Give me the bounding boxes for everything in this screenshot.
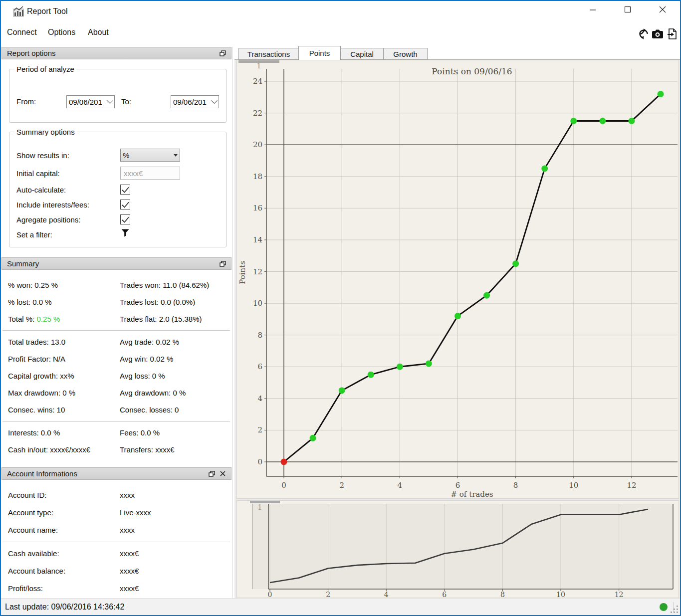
menu-bar: Connect Options About: [1, 23, 680, 41]
svg-text:2: 2: [339, 481, 344, 490]
show-results-dropdown[interactable]: %: [120, 149, 180, 162]
tab-capital[interactable]: Capital: [340, 48, 384, 60]
stat-trades-flat: Trades flat: 2.0 (15.38%): [120, 315, 202, 323]
account-balance-value: xxxx€: [120, 567, 139, 575]
panel-title: Account Informations: [7, 469, 77, 478]
close-button[interactable]: [651, 1, 674, 18]
export-button[interactable]: [666, 28, 678, 40]
tab-growth[interactable]: Growth: [383, 48, 428, 60]
svg-text:0: 0: [237, 61, 237, 70]
account-name-value: xxxx: [120, 526, 135, 534]
svg-text:12: 12: [627, 481, 636, 490]
to-date-dropdown[interactable]: 09/06/201: [171, 95, 219, 108]
stat-avg-win: Avg win: 0.02 %: [120, 355, 173, 363]
screenshot-button[interactable]: [652, 28, 664, 40]
stat-fees: Fees: 0.0 %: [120, 428, 160, 437]
stat-consec-losses: Consec. losses: 0: [120, 406, 179, 414]
svg-text:6: 6: [442, 591, 447, 598]
set-filter-button[interactable]: [121, 229, 129, 239]
auto-calculate-checkbox[interactable]: [120, 185, 130, 195]
float-panel-button[interactable]: [208, 470, 215, 477]
svg-text:22: 22: [253, 109, 262, 118]
svg-text:8: 8: [500, 591, 505, 598]
resize-grip[interactable]: [671, 606, 679, 614]
checkmark-icon: [122, 187, 129, 193]
close-icon: [220, 471, 226, 476]
set-filter-label: Set a filter:: [16, 230, 52, 239]
refresh-button[interactable]: [638, 28, 650, 40]
account-type-value: Live-xxxx: [120, 508, 151, 517]
chevron-down-icon: [107, 97, 113, 104]
panel-title: Report options: [7, 49, 56, 57]
account-name-label: Account name:: [8, 526, 58, 534]
include-interests-checkbox[interactable]: [120, 200, 130, 209]
float-panel-button[interactable]: [219, 260, 226, 267]
period-of-analyze-group: Period of analyze From: 09/06/201 To: 09…: [9, 69, 227, 123]
account-id-label: Account ID:: [8, 491, 47, 499]
svg-text:8: 8: [257, 331, 262, 340]
svg-text:6: 6: [455, 481, 460, 490]
svg-text:4: 4: [398, 481, 403, 490]
group-legend: Summary options: [14, 128, 77, 136]
checkmark-icon: [122, 202, 129, 208]
cash-available-value: xxxx€: [120, 549, 139, 558]
tab-transactions[interactable]: Transactions: [238, 48, 299, 60]
stat-profit-factor: Profit Factor: N/A: [8, 355, 65, 363]
close-icon: [659, 6, 666, 13]
svg-text:10: 10: [556, 591, 565, 598]
float-icon: [220, 50, 226, 56]
svg-text:12: 12: [615, 591, 624, 598]
svg-text:0: 0: [281, 481, 286, 490]
connection-status-dot: [660, 603, 668, 611]
auto-calculate-label: Auto-calculate:: [16, 186, 66, 194]
from-label: From:: [16, 97, 36, 106]
camera-icon: [652, 28, 664, 39]
svg-text:Points on 09/06/16: Points on 09/06/16: [432, 66, 512, 76]
minimize-icon: [589, 6, 596, 13]
stat-avg-loss: Avg loss: 0 %: [120, 372, 165, 380]
export-icon: [667, 28, 678, 40]
menu-connect[interactable]: Connect: [4, 26, 40, 39]
points-overview-chart: 02468101201: [236, 500, 679, 598]
float-panel-button[interactable]: [219, 50, 226, 57]
title-bar: Report Tool: [1, 1, 680, 23]
maximize-button[interactable]: [616, 1, 639, 18]
stat-transfers: Transfers: xxxx€: [120, 445, 174, 454]
stat-cash-in-out: Cash in/out: xxxx€/xxxx€: [8, 445, 90, 454]
to-label: To:: [121, 97, 131, 106]
initial-capital-input[interactable]: [120, 167, 180, 180]
stat-trades-lost: Trades lost: 0.0 (0.0%): [120, 298, 195, 306]
tab-points[interactable]: Points: [298, 46, 341, 60]
svg-text:Points: Points: [238, 261, 247, 284]
dropdown-arrow-icon: [174, 154, 178, 157]
chart-canvas: 024681012024681012141618202224Points on …: [237, 60, 679, 499]
aggregate-positions-checkbox[interactable]: [120, 214, 130, 224]
stat-total-pct: Total %: 0.25 %: [8, 315, 60, 323]
divider: [2, 330, 230, 331]
svg-text:8: 8: [513, 481, 518, 490]
refresh-icon: [638, 28, 649, 39]
float-icon: [220, 261, 226, 267]
divider: [2, 421, 230, 422]
svg-text:14: 14: [253, 235, 262, 244]
menu-about[interactable]: About: [85, 26, 112, 39]
total-pct-value: 0.25 %: [37, 315, 60, 323]
points-chart: 024681012024681012141618202224Points on …: [236, 60, 679, 499]
menu-options[interactable]: Options: [45, 26, 78, 39]
from-date-dropdown[interactable]: 09/06/201: [66, 95, 115, 108]
initial-capital-label: Initial capital:: [16, 169, 60, 178]
svg-text:16: 16: [253, 204, 262, 212]
aggregate-positions-label: Agregate positions:: [16, 215, 80, 224]
svg-text:18: 18: [253, 172, 262, 181]
include-interests-label: Include interests/fees:: [16, 201, 89, 209]
svg-text:2: 2: [257, 425, 262, 434]
stat-max-drawdown: Max drawdown: 0 %: [8, 389, 75, 397]
to-date-value: 09/06/201: [173, 98, 207, 106]
minimize-button[interactable]: [581, 1, 604, 18]
stat-capital-growth: Capital growth: xx%: [8, 372, 74, 380]
svg-text:20: 20: [253, 140, 262, 149]
app-window: Report Tool Connect Options About: [0, 0, 681, 616]
splitter[interactable]: [232, 47, 232, 598]
close-panel-button[interactable]: [219, 470, 226, 477]
stat-avg-drawdown: Avg drawdown: 0 %: [120, 389, 186, 397]
